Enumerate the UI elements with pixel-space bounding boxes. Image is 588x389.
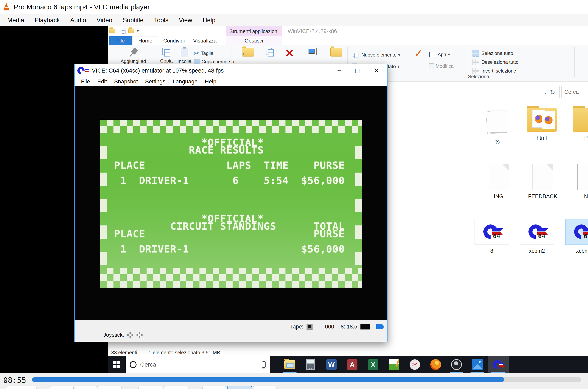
speed-flag-icon[interactable] — [376, 324, 384, 329]
taskbar: Cerca W A X ✂ 64 — [108, 356, 588, 373]
invert-selection-button[interactable]: Inverti selezione — [472, 67, 516, 75]
minimize-button[interactable]: − — [337, 67, 341, 75]
vice-titlebar: VICE: C64 (x64sc) emulator at 107% speed… — [75, 64, 387, 77]
tab-file[interactable]: File — [109, 36, 132, 45]
next-button[interactable] — [98, 386, 122, 389]
start-button[interactable] — [108, 356, 126, 373]
file-item-ne[interactable]: NE — [574, 164, 588, 200]
vice-statusbar: Tape: 000 8: 18.5 Joystick: — [75, 320, 387, 342]
file-item[interactable]: 64 8 — [475, 219, 509, 254]
vlc-menu-tools[interactable]: Tools — [149, 17, 174, 24]
tab-gestisci[interactable]: Gestisci — [226, 36, 282, 45]
seek-bar[interactable] — [32, 377, 581, 382]
file-item[interactable]: ING — [485, 164, 513, 200]
taskbar-calculator[interactable] — [300, 356, 321, 373]
random-button[interactable] — [253, 386, 276, 389]
stop-button[interactable] — [75, 386, 97, 389]
playlist-button[interactable] — [202, 386, 226, 389]
cut-button[interactable]: ✂ Taglia — [194, 50, 214, 57]
tab-condividi[interactable]: Condividi — [159, 36, 189, 45]
vice-menu-settings[interactable]: Settings — [141, 78, 169, 85]
selection-info: 1 elemento selezionato 3,51 MB — [149, 350, 220, 356]
seek-fill — [32, 377, 504, 382]
address-dropdown-icon[interactable]: ⌄ — [544, 90, 547, 95]
taskbar-firefox[interactable] — [425, 356, 446, 373]
vice-menubar: File Edit Snapshot Settings Language Hel… — [75, 77, 387, 86]
vice-menu-edit[interactable]: Edit — [94, 78, 110, 85]
delete-button[interactable]: ✕ — [281, 48, 297, 59]
close-button[interactable]: ✕ — [373, 66, 379, 75]
item-count: 33 elementi — [111, 350, 137, 356]
context-tab-strumenti[interactable]: Strumenti applicazioni — [226, 26, 282, 36]
loop-button[interactable] — [227, 386, 252, 389]
move-to-icon — [242, 48, 254, 57]
vlc-menu-video[interactable]: Video — [91, 17, 118, 24]
play-pause-button[interactable] — [6, 386, 36, 389]
maximize-button[interactable]: □ — [355, 67, 359, 75]
tab-home[interactable]: Home — [132, 36, 158, 45]
taskbar-access[interactable]: A — [342, 356, 363, 373]
copy-to-button[interactable] — [262, 48, 278, 57]
vlc-titlebar: Pro Monaco 6 laps.mp4 - VLC media player — [0, 0, 588, 14]
vice-menu-help[interactable]: Help — [201, 78, 220, 85]
qat-newfolder-icon[interactable] — [128, 29, 134, 33]
new-item-button[interactable]: Nuovo elemento ▾ — [352, 51, 400, 59]
invert-selection-icon — [473, 68, 479, 74]
vice-menu-snapshot[interactable]: Snapshot — [110, 78, 141, 85]
vice-menu-language[interactable]: Language — [169, 78, 201, 85]
file-item[interactable]: ts — [483, 109, 513, 145]
vice-menu-file[interactable]: File — [77, 78, 94, 85]
vlc-video-area[interactable]: ▾ Strumenti applicazioni WinVICE-2.4.29-… — [0, 26, 588, 373]
taskbar-vice-c64[interactable]: 64 — [488, 356, 509, 373]
vlc-menu-playback[interactable]: Playback — [29, 17, 65, 24]
edit-button[interactable]: Modifica — [429, 63, 454, 70]
open-button[interactable]: Apri ▾ — [429, 51, 450, 58]
new-folder-button[interactable] — [328, 48, 344, 57]
extended-settings-button[interactable] — [164, 386, 189, 389]
vlc-menu-media[interactable]: Media — [2, 17, 29, 24]
vlc-menu-view[interactable]: View — [174, 17, 197, 24]
qat-dropdown-icon[interactable]: ▾ — [137, 28, 139, 33]
taskbar-obs-studio[interactable] — [446, 356, 467, 373]
file-item-html[interactable]: html — [526, 108, 558, 141]
taskbar-photos[interactable] — [467, 356, 488, 373]
properties-button[interactable]: ✓ — [412, 48, 425, 59]
fullscreen-button[interactable] — [138, 386, 163, 389]
taskbar-excel[interactable]: X — [363, 356, 384, 373]
move-to-button[interactable] — [240, 48, 256, 57]
tab-visualizza[interactable]: Visualizza — [190, 36, 220, 45]
clipboard-icon — [181, 48, 188, 57]
copy-button[interactable]: Copia — [157, 48, 175, 64]
deselect-all-button[interactable]: Deseleziona tutto — [472, 59, 519, 66]
previous-button[interactable] — [50, 386, 74, 389]
rename-button[interactable] — [304, 48, 322, 55]
address-controls: ⌄ ↻ — [539, 86, 559, 98]
qat-folder-icon[interactable] — [109, 29, 115, 33]
vlc-menu-subtitle[interactable]: Subtitle — [118, 17, 149, 24]
taskbar-image-editor[interactable] — [384, 356, 404, 373]
vlc-logo-icon — [3, 3, 10, 11]
emulator-display[interactable]: *OFFICIAL* RACE RESULTS PLACE LAPS TIME … — [75, 86, 387, 320]
checker-border-bottom — [100, 268, 362, 288]
vlc-window-title: Pro Monaco 6 laps.mp4 - VLC media player — [14, 3, 150, 11]
vlc-menu-help[interactable]: Help — [197, 17, 221, 24]
tape-stop-icon[interactable] — [307, 324, 313, 330]
taskbar-search-input[interactable]: Cerca — [126, 356, 270, 373]
explorer-search-input[interactable]: Cerca — [561, 86, 588, 98]
file-item-pe[interactable]: PE — [572, 108, 588, 141]
microphone-icon[interactable] — [262, 361, 266, 368]
taskbar-snipping-tool[interactable]: ✂ — [404, 356, 425, 373]
copy-icon — [163, 48, 170, 57]
select-all-button[interactable]: Seleziona tutto — [472, 50, 513, 57]
qat-properties-icon[interactable] — [121, 28, 126, 34]
tape-counter: 000 — [325, 324, 334, 330]
file-item-xcbm2[interactable]: 64 xcbm2 — [520, 219, 554, 254]
refresh-icon[interactable]: ↻ — [550, 89, 555, 96]
taskbar-word[interactable]: W — [321, 356, 342, 373]
taskbar-file-explorer[interactable] — [279, 356, 300, 373]
vlc-menu-audio[interactable]: Audio — [65, 17, 91, 24]
file-item-xcbm-selected[interactable]: 64 xcbm — [565, 219, 588, 254]
paste-button[interactable]: Incolla — [175, 48, 194, 64]
joystick1-dpad-icon — [127, 332, 133, 338]
file-item-feedback[interactable]: FEEDBACK — [529, 164, 557, 200]
